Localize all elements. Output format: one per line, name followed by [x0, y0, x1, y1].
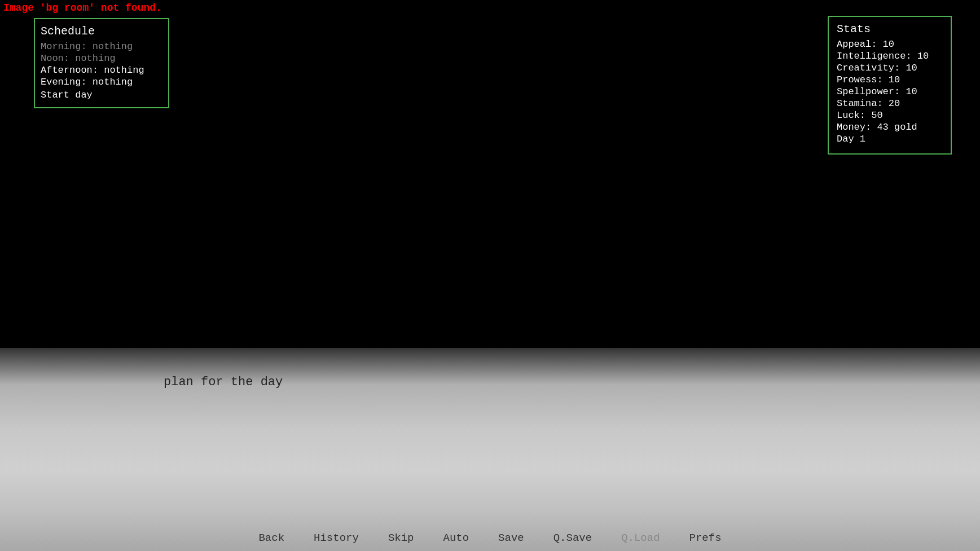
skip-button[interactable]: Skip: [385, 530, 418, 546]
schedule-title: Schedule: [41, 25, 159, 38]
dialogue-text: plan for the day: [164, 375, 283, 389]
error-message: Image 'bg room' not found.: [0, 0, 165, 16]
qsave-button[interactable]: Q.Save: [550, 530, 595, 546]
schedule-panel: Schedule Morning: nothing Noon: nothing …: [34, 18, 169, 108]
stats-title: Stats: [837, 23, 939, 36]
stat-creativity: Creativity: 10: [837, 63, 939, 73]
stat-appeal: Appeal: 10: [837, 39, 939, 50]
stat-money: Money: 43 gold: [837, 122, 939, 133]
prefs-button[interactable]: Prefs: [686, 530, 725, 546]
game-container: Image 'bg room' not found. Schedule Morn…: [0, 0, 980, 551]
stat-prowess: Prowess: 10: [837, 74, 939, 85]
save-button[interactable]: Save: [495, 530, 528, 546]
stat-spellpower: Spellpower: 10: [837, 86, 939, 97]
schedule-afternoon: Afternoon: nothing: [41, 65, 159, 76]
stat-day: Day 1: [837, 134, 939, 144]
schedule-noon: Noon: nothing: [41, 53, 159, 64]
back-button[interactable]: Back: [255, 530, 288, 546]
stat-luck: Luck: 50: [837, 110, 939, 121]
schedule-evening: Evening: nothing: [41, 77, 159, 87]
history-button[interactable]: History: [310, 530, 362, 546]
qload-button: Q.Load: [618, 530, 663, 546]
stat-intelligence: Intelligence: 10: [837, 51, 939, 61]
auto-button[interactable]: Auto: [440, 530, 472, 546]
bottom-nav: Back History Skip Auto Save Q.Save Q.Loa…: [0, 525, 980, 551]
stats-panel: Stats Appeal: 10 Intelligence: 10 Creati…: [828, 16, 952, 155]
dialogue-area[interactable]: plan for the day Back History Skip Auto …: [0, 348, 980, 551]
schedule-morning: Morning: nothing: [41, 41, 159, 52]
start-day-button[interactable]: Start day: [41, 90, 159, 100]
stat-stamina: Stamina: 20: [837, 98, 939, 109]
